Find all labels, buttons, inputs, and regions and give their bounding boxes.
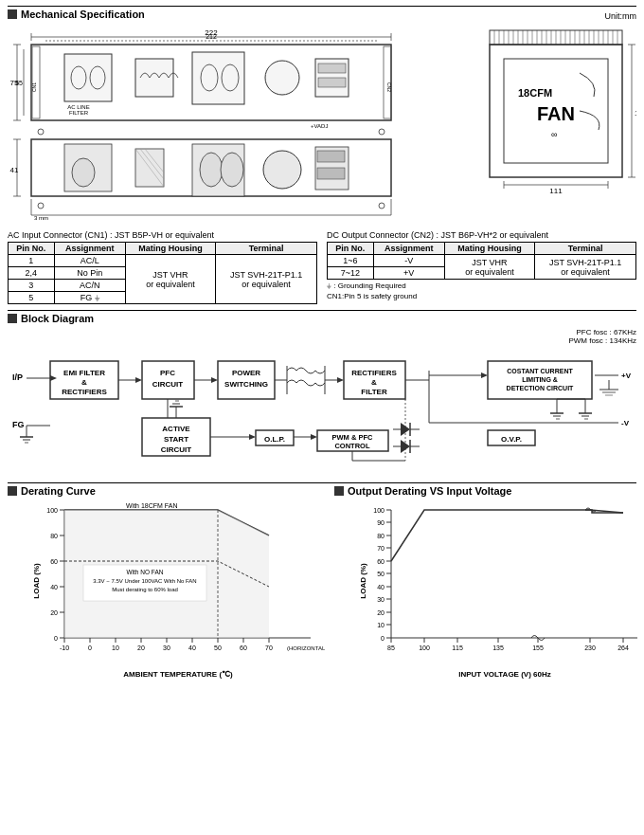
header-square-icon: [8, 9, 17, 19]
mechanical-section: Mechanical Specification Unit:mm 222 212: [8, 6, 636, 225]
svg-text:-V: -V: [621, 419, 630, 427]
svg-text:0: 0: [88, 644, 92, 651]
svg-text:0: 0: [54, 635, 58, 642]
svg-text:&: &: [81, 378, 87, 387]
derating-curve-header: Derating Curve: [8, 485, 325, 497]
svg-text:CIRCUIT: CIRCUIT: [161, 445, 192, 454]
svg-point-24: [265, 61, 299, 95]
svg-text:FG: FG: [12, 420, 25, 429]
svg-point-39: [200, 153, 223, 187]
svg-point-33: [72, 158, 95, 187]
cn2-row-16: 1~6 -V JST VHRor equivalent JST SVH-21T-…: [328, 255, 636, 267]
svg-text:With 18CFM FAN: With 18CFM FAN: [126, 502, 177, 509]
svg-rect-44: [317, 168, 345, 179]
block-diagram-header: Block Diagram: [8, 313, 636, 324]
svg-marker-133: [481, 372, 488, 378]
svg-text:CONTROL: CONTROL: [334, 442, 369, 450]
svg-text:DETECTION CIRCUIT: DETECTION CIRCUIT: [507, 385, 575, 391]
fosc-labels: PFC fosc : 67KHz PWM fosc : 134KHz: [568, 328, 636, 345]
svg-text:O.V.P.: O.V.P.: [501, 435, 522, 444]
cn1-col-terminal: Terminal: [216, 243, 317, 255]
svg-text:O.L.P.: O.L.P.: [264, 435, 285, 444]
svg-text:EMI FILTER: EMI FILTER: [63, 369, 105, 377]
main-pcb-svg: 222 212 75 65 CN1: [8, 26, 415, 225]
pfc-fosc: PFC fosc : 67KHz: [568, 328, 636, 336]
svg-text:+V: +V: [621, 372, 632, 380]
svg-text:60: 60: [377, 558, 385, 565]
svg-text:Must derating to 60% load: Must derating to 60% load: [112, 587, 178, 592]
fan-drawing: 18CFM FAN ∞ 15cm 111: [485, 26, 636, 225]
derating-chart-left: 0 20 40 60 80 100 LOAD (%) -1: [31, 500, 325, 666]
svg-marker-152: [249, 434, 256, 440]
main-pcb-drawing: 222 212 75 65 CN1: [8, 26, 475, 225]
svg-text:ACTIVE: ACTIVE: [162, 425, 190, 433]
svg-text:85: 85: [387, 644, 395, 651]
svg-rect-15: [64, 54, 112, 101]
svg-text:60: 60: [240, 644, 247, 651]
derating-left-xlabel: AMBIENT TEMPERATURE (℃): [31, 670, 325, 679]
derating-right-xlabel: INPUT VOLTAGE (V) 60Hz: [358, 670, 644, 679]
svg-text:COSTANT CURRENT: COSTANT CURRENT: [507, 368, 573, 374]
svg-point-54: [379, 129, 385, 135]
svg-text:FILTER: FILTER: [69, 110, 89, 116]
svg-marker-156: [311, 434, 317, 440]
cn2-col-assign: Assignment: [373, 243, 444, 255]
svg-rect-27: [318, 78, 346, 87]
header-square-derating: [8, 486, 17, 496]
cn2-table-wrap: DC Output Connector (CN2) : JST B6P-VH*2…: [327, 230, 636, 304]
block-diagram-section: Block Diagram PFC fosc : 67KHz PWM fosc …: [8, 310, 636, 477]
svg-text:65: 65: [15, 80, 23, 86]
svg-text:10: 10: [377, 622, 385, 628]
svg-text:40: 40: [50, 584, 58, 590]
mech-section-header: Mechanical Specification: [8, 9, 145, 20]
svg-text:LOAD (%): LOAD (%): [32, 563, 41, 599]
cn2-col-pinno: Pin No.: [328, 243, 374, 255]
unit-label: Unit:mm: [605, 11, 637, 21]
svg-text:PWM & PFC: PWM & PFC: [332, 433, 373, 442]
svg-text:155: 155: [532, 644, 544, 651]
svg-text:100: 100: [419, 644, 430, 651]
svg-text:264: 264: [617, 644, 629, 651]
cn1-col-assign: Assignment: [54, 243, 125, 255]
svg-point-41: [263, 151, 301, 189]
svg-text:0: 0: [381, 635, 385, 642]
svg-text:70: 70: [265, 644, 273, 651]
svg-text:70: 70: [377, 545, 385, 552]
svg-text:RECTIFIERS: RECTIFIERS: [351, 369, 397, 377]
svg-text:40: 40: [188, 644, 196, 651]
svg-text:CN1: CN1: [31, 82, 37, 92]
cn1-title: AC Input Connector (CN1) : JST B5P-VH or…: [8, 230, 317, 240]
svg-rect-21: [192, 52, 244, 104]
svg-text:LIMITING &: LIMITING &: [522, 376, 558, 383]
derating-section: Derating Curve 0 20 40 60 8: [8, 482, 636, 666]
cn1-col-mating: Mating Housing: [125, 243, 215, 255]
cn2-col-mating: Mating Housing: [444, 243, 534, 255]
block-diagram-area: PFC fosc : 67KHz PWM fosc : 134KHz I/P F…: [8, 328, 636, 477]
svg-text:20: 20: [377, 609, 385, 616]
svg-text:15cm: 15cm: [635, 109, 636, 118]
svg-marker-112: [135, 377, 142, 383]
svg-text:SWITCHING: SWITCHING: [224, 380, 268, 389]
output-derating-header: Output Derating VS Input Voltage: [334, 485, 644, 497]
svg-text:∞: ∞: [551, 130, 557, 139]
svg-text:START: START: [164, 435, 188, 444]
svg-text:50: 50: [377, 571, 385, 577]
svg-text:30: 30: [377, 596, 385, 603]
svg-text:POWER: POWER: [232, 369, 260, 377]
svg-text:100: 100: [46, 507, 58, 514]
svg-marker-100: [50, 375, 57, 381]
svg-point-40: [221, 153, 243, 187]
svg-text:I/P: I/P: [12, 372, 23, 382]
header-square-output-derating: [334, 486, 344, 496]
cn2-title: DC Output Connector (CN2) : JST B6P-VH*2…: [327, 230, 636, 240]
svg-text:90: 90: [377, 519, 385, 526]
svg-point-53: [38, 129, 44, 135]
svg-text:CIRCUIT: CIRCUIT: [152, 380, 184, 389]
svg-text:111: 111: [549, 187, 563, 195]
svg-marker-125: [337, 377, 344, 383]
derating-left: Derating Curve 0 20 40 60 8: [8, 485, 325, 666]
derating-right-svg: 0 10 20 30 40 50 60 70 80: [358, 500, 644, 666]
cn1-table-wrap: AC Input Connector (CN1) : JST B5P-VH or…: [8, 230, 317, 304]
derating-left-svg: 0 20 40 60 80 100 LOAD (%) -1: [31, 500, 325, 666]
svg-text:FAN: FAN: [537, 103, 575, 124]
